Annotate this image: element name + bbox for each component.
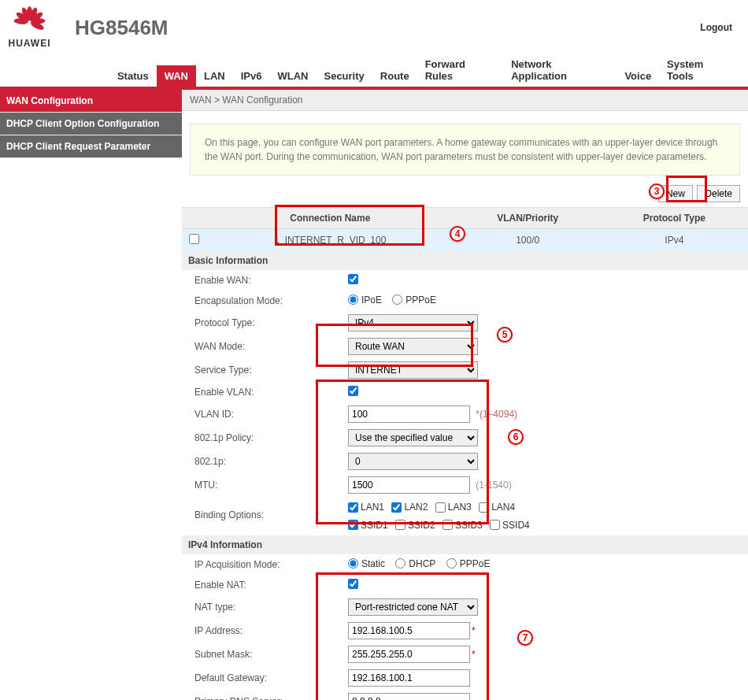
nav-system-tools[interactable]: System Tools <box>659 54 740 87</box>
sidebar: WAN Configuration DHCP Client Option Con… <box>0 90 182 700</box>
label-vlan-id: VLAN ID: <box>194 409 348 420</box>
proto-type-select[interactable]: IPv4 <box>348 314 478 331</box>
label-ip: IP Address: <box>194 625 348 636</box>
bind-lan3-checkbox[interactable] <box>435 502 446 513</box>
sidebar-wan-config[interactable]: WAN Configuration <box>0 90 182 113</box>
nav-route[interactable]: Route <box>372 65 417 87</box>
label-8021p: 802.1p: <box>194 456 348 467</box>
label-enable-wan: Enable WAN: <box>194 275 348 286</box>
p8021-policy-select[interactable]: Use the specified value <box>348 429 478 446</box>
nav-ipv6[interactable]: IPv6 <box>233 65 270 87</box>
main-nav: Status WAN LAN IPv6 WLAN Security Route … <box>0 54 748 87</box>
wan-mode-select[interactable]: Route WAN <box>348 338 478 355</box>
label-enable-nat: Enable NAT: <box>194 580 348 591</box>
label-mtu: MTU: <box>194 480 348 491</box>
ip-input[interactable] <box>348 622 470 639</box>
bind-ssid4-checkbox[interactable] <box>490 520 500 530</box>
label-dns1: Primary DNS Server: <box>194 696 348 700</box>
nav-voice[interactable]: Voice <box>617 65 659 87</box>
sidebar-dhcp-request[interactable]: DHCP Client Request Parameter <box>0 135 182 158</box>
p8021-select[interactable]: 0 <box>348 453 478 470</box>
table-toolbar: 3 New Delete <box>182 182 748 206</box>
nav-network-app[interactable]: Network Application <box>503 54 617 87</box>
content-area: WAN > WAN Configuration On this page, yo… <box>182 90 748 700</box>
nav-forward[interactable]: Forward Rules <box>417 54 504 87</box>
label-8021p-policy: 802.1p Policy: <box>194 432 348 443</box>
marker-5: 5 <box>497 327 513 343</box>
page-header: HUAWEI HG8546M Logout Status WAN LAN IPv… <box>0 0 748 90</box>
marker-7: 7 <box>517 630 533 646</box>
row-select-checkbox[interactable] <box>189 234 199 244</box>
page-description: On this page, you can configure WAN port… <box>190 124 740 176</box>
breadcrumb: WAN > WAN Configuration <box>182 90 748 111</box>
encap-ipoe-radio[interactable] <box>348 294 358 305</box>
nav-lan[interactable]: LAN <box>196 65 233 87</box>
label-wan-mode: WAN Mode: <box>194 341 348 352</box>
sidebar-dhcp-option[interactable]: DHCP Client Option Configuration <box>0 113 182 135</box>
gw-input[interactable] <box>348 669 470 687</box>
brand-text: HUAWEI <box>9 38 51 49</box>
section-ipv4: IPv4 Information <box>182 535 748 554</box>
label-enable-vlan: Enable VLAN: <box>194 387 348 398</box>
marker-3: 3 <box>649 183 665 199</box>
th-vlan: VLAN/Priority <box>455 208 601 229</box>
bind-lan4-checkbox[interactable] <box>479 502 489 513</box>
bind-ssid2-checkbox[interactable] <box>395 520 405 530</box>
th-conn-name: Connection Name <box>206 208 455 229</box>
marker-4: 4 <box>450 226 465 242</box>
delete-button[interactable]: Delete <box>697 185 740 202</box>
enable-wan-checkbox[interactable] <box>348 274 358 284</box>
nav-security[interactable]: Security <box>316 65 372 87</box>
bind-ssid3-checkbox[interactable] <box>443 520 453 530</box>
model-name: HG8546M <box>75 16 168 40</box>
vlan-id-input[interactable] <box>348 406 470 423</box>
huawei-flower-icon <box>8 6 51 38</box>
ipacq-pppoe-radio[interactable] <box>446 558 457 569</box>
label-binding: Binding Options: <box>194 502 348 520</box>
vlan-id-hint: *(1–4094) <box>476 409 517 420</box>
mask-input[interactable] <box>348 646 470 663</box>
nav-wlan[interactable]: WLAN <box>269 65 316 87</box>
brand-logo: HUAWEI <box>8 6 51 49</box>
mtu-hint: (1-1540) <box>476 480 511 491</box>
dns1-input[interactable] <box>348 693 470 700</box>
cell-vlan: 100/0 <box>455 229 601 252</box>
marker-6: 6 <box>508 429 524 445</box>
nav-status[interactable]: Status <box>109 65 157 87</box>
bind-lan1-checkbox[interactable] <box>348 502 358 513</box>
connection-table: Connection Name VLAN/Priority Protocol T… <box>182 207 748 251</box>
encap-pppoe-radio[interactable] <box>392 294 402 305</box>
cell-proto: IPv4 <box>601 229 748 252</box>
label-gw: Default Gateway: <box>194 672 348 683</box>
ipacq-dhcp-radio[interactable] <box>395 558 405 569</box>
enable-nat-checkbox[interactable] <box>348 579 358 589</box>
label-nat-type: NAT type: <box>194 602 348 613</box>
nav-wan[interactable]: WAN <box>157 65 196 87</box>
label-mask: Subnet Mask: <box>194 649 348 660</box>
mtu-input[interactable] <box>348 476 470 494</box>
label-encap: Encapsulation Mode: <box>194 295 348 306</box>
logout-link[interactable]: Logout <box>700 22 732 33</box>
label-service-type: Service Type: <box>194 365 348 376</box>
service-type-select[interactable]: INTERNET <box>348 361 478 379</box>
th-proto: Protocol Type <box>601 208 748 229</box>
ipacq-static-radio[interactable] <box>348 558 358 569</box>
section-basic: Basic Information <box>182 251 748 270</box>
label-ipacq: IP Acquisition Mode: <box>194 559 348 570</box>
bind-ssid1-checkbox[interactable] <box>348 520 358 530</box>
cell-conn-name: 1_INTERNET_R_VID_100 <box>206 229 455 252</box>
enable-vlan-checkbox[interactable] <box>348 386 358 396</box>
label-proto-type: Protocol Type: <box>194 317 348 328</box>
bind-lan2-checkbox[interactable] <box>391 502 402 513</box>
nat-type-select[interactable]: Port-restricted cone NAT <box>348 598 478 616</box>
